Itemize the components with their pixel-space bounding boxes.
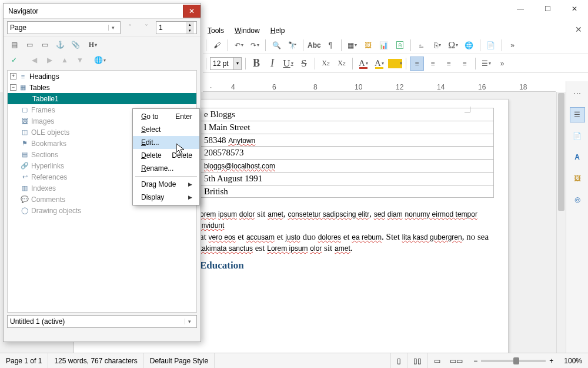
- listbox-toggle-icon[interactable]: ✓: [7, 54, 21, 67]
- align-right-icon[interactable]: ≡: [442, 57, 456, 71]
- align-center-icon[interactable]: ≡: [426, 57, 440, 71]
- footer-icon[interactable]: ▭: [38, 38, 52, 51]
- hyperlink-icon[interactable]: 🌐: [462, 38, 476, 52]
- window-minimize[interactable]: —: [507, 0, 534, 18]
- table-cell[interactable]: 208578573: [201, 147, 494, 160]
- heading-education[interactable]: Education: [200, 260, 494, 271]
- status-wordcount[interactable]: 125 words, 767 characters: [48, 353, 143, 368]
- scrollbar-thumb[interactable]: [558, 93, 564, 211]
- strike-icon[interactable]: S: [297, 57, 311, 71]
- horizontal-ruler[interactable]: · 4 6 8 10 12 14 16 18: [203, 81, 556, 92]
- ctx-select[interactable]: Select: [133, 123, 199, 136]
- zoom-in-icon[interactable]: +: [549, 357, 553, 365]
- document-table[interactable]: e Bloggs l Main Street 58348 Anytown 208…: [200, 108, 494, 198]
- nav-up-icon: ˄: [123, 21, 137, 34]
- doc-close-icon[interactable]: ✕: [575, 25, 582, 34]
- ctx-display[interactable]: Display▶: [133, 191, 199, 204]
- textbox-icon[interactable]: 🄰: [393, 38, 407, 52]
- document-paragraph[interactable]: orem ipsum dolor sit amet, consetetur sa…: [200, 208, 494, 254]
- menu-help[interactable]: Help: [266, 25, 290, 37]
- undo-icon[interactable]: ↶▾: [232, 38, 246, 52]
- view-layout-icon[interactable]: ▭▭: [450, 357, 463, 365]
- menu-tools[interactable]: Tools: [203, 25, 229, 37]
- footnote-icon[interactable]: 📄: [484, 38, 498, 52]
- styles-panel-icon[interactable]: A: [570, 150, 585, 165]
- table-cell[interactable]: bloggs@localhost.com: [201, 160, 494, 173]
- navigator-category-combo[interactable]: Page ▾: [7, 21, 121, 34]
- ctx-goto[interactable]: Go toEnter: [133, 110, 199, 123]
- reminder-icon[interactable]: 📎: [68, 38, 82, 51]
- tree-tables[interactable]: − ▦ Tables: [8, 82, 196, 93]
- field-icon[interactable]: ⎘▾: [430, 38, 445, 52]
- properties-panel-icon[interactable]: ☰: [570, 107, 585, 122]
- underline-icon[interactable]: U▾: [281, 57, 295, 71]
- collapse-icon[interactable]: −: [10, 84, 16, 91]
- redo-icon[interactable]: ↷▾: [248, 38, 262, 52]
- table-icon[interactable]: ▦▾: [345, 38, 359, 52]
- page-break-icon[interactable]: ⎁: [415, 38, 429, 52]
- table-cell[interactable]: l Main Street: [201, 121, 494, 134]
- ctx-rename[interactable]: Rename...: [133, 162, 199, 175]
- menu-window[interactable]: Window: [230, 25, 265, 37]
- ctx-delete[interactable]: DeleteDelete: [133, 149, 199, 162]
- gallery-panel-icon[interactable]: 🖼: [570, 171, 585, 186]
- subscript-icon[interactable]: X2: [335, 57, 349, 71]
- header-icon[interactable]: ▭: [22, 38, 36, 51]
- status-page[interactable]: Page 1 of 1: [0, 353, 48, 368]
- ctx-dragmode[interactable]: Drag Mode▶: [133, 178, 199, 191]
- special-char-icon[interactable]: Ω▾: [446, 38, 460, 52]
- binoculars-icon[interactable]: 🔭: [285, 38, 299, 52]
- more-icon[interactable]: »: [506, 38, 520, 52]
- table-cell[interactable]: British: [201, 185, 494, 198]
- page-panel-icon[interactable]: 📄: [570, 128, 585, 144]
- char-highlight-icon[interactable]: ▾: [388, 59, 402, 68]
- status-pagestyle[interactable]: Default Page Style: [144, 353, 215, 368]
- font-size-field[interactable]: ▾: [210, 57, 242, 70]
- navigator-page-input[interactable]: [156, 24, 186, 32]
- references-icon: ↩: [21, 173, 29, 181]
- ctx-edit[interactable]: Edit...: [133, 136, 199, 149]
- paintbrush-icon[interactable]: 🖌: [210, 38, 224, 52]
- window-close[interactable]: ✕: [561, 0, 588, 18]
- superscript-icon[interactable]: X2: [319, 57, 333, 71]
- align-left-icon[interactable]: ≡: [410, 57, 424, 71]
- chart-icon[interactable]: 📊: [377, 38, 391, 52]
- more-formatting-icon[interactable]: »: [495, 57, 509, 71]
- table-cell[interactable]: 5th August 1991: [201, 172, 494, 185]
- view-singlepage-icon[interactable]: ▯: [391, 353, 407, 368]
- navigator-panel-icon[interactable]: ◎: [570, 192, 585, 207]
- spellcheck-icon[interactable]: Abc: [307, 38, 322, 52]
- anchor-icon[interactable]: ⚓: [53, 38, 67, 51]
- zoom-slider[interactable]: − +: [473, 357, 553, 365]
- tree-tabelle1[interactable]: Tabelle1: [8, 93, 196, 104]
- align-justify-icon[interactable]: ≡: [457, 57, 472, 71]
- formatting-marks-icon[interactable]: ¶: [323, 38, 338, 52]
- bullets-icon[interactable]: ☰▾: [479, 57, 493, 71]
- bold-icon[interactable]: B: [249, 57, 263, 71]
- vertical-scrollbar[interactable]: [556, 92, 566, 353]
- table-cell[interactable]: e Bloggs: [201, 108, 494, 121]
- view-book-icon[interactable]: ▭: [434, 357, 440, 365]
- font-color-icon[interactable]: A▾: [356, 57, 370, 71]
- heading-levels-icon[interactable]: H▾: [86, 38, 100, 51]
- zoom-out-icon[interactable]: −: [473, 357, 477, 365]
- tree-drawing[interactable]: ◯Drawing objects: [8, 205, 196, 216]
- expand-icon[interactable]: +: [10, 73, 16, 79]
- font-size-input[interactable]: [211, 59, 233, 68]
- highlight-color-icon[interactable]: A▾: [372, 57, 386, 71]
- image-icon[interactable]: 🖼: [361, 38, 375, 52]
- navigator-document-combo[interactable]: Untitled 1 (active) ▾: [7, 315, 197, 328]
- sidebar-menu-icon[interactable]: ⋮: [570, 86, 585, 101]
- navigator-close-button[interactable]: ✕: [183, 5, 201, 18]
- drag-mode-icon[interactable]: 🌐▾: [93, 54, 107, 67]
- zoom-value[interactable]: 100%: [558, 353, 588, 368]
- tree-headings[interactable]: + ≡ Headings: [8, 71, 196, 82]
- content-view-icon[interactable]: ▤: [7, 38, 21, 51]
- navigator-titlebar[interactable]: Navigator ✕: [4, 4, 201, 19]
- italic-icon[interactable]: I: [265, 57, 279, 71]
- find-icon[interactable]: 🔍: [269, 38, 283, 52]
- navigator-page-field[interactable]: ▴▾: [156, 21, 197, 34]
- table-cell[interactable]: 58348 Anytown: [201, 134, 494, 147]
- view-multipage-icon[interactable]: ▯▯: [407, 353, 428, 368]
- window-maximize[interactable]: ☐: [534, 0, 561, 18]
